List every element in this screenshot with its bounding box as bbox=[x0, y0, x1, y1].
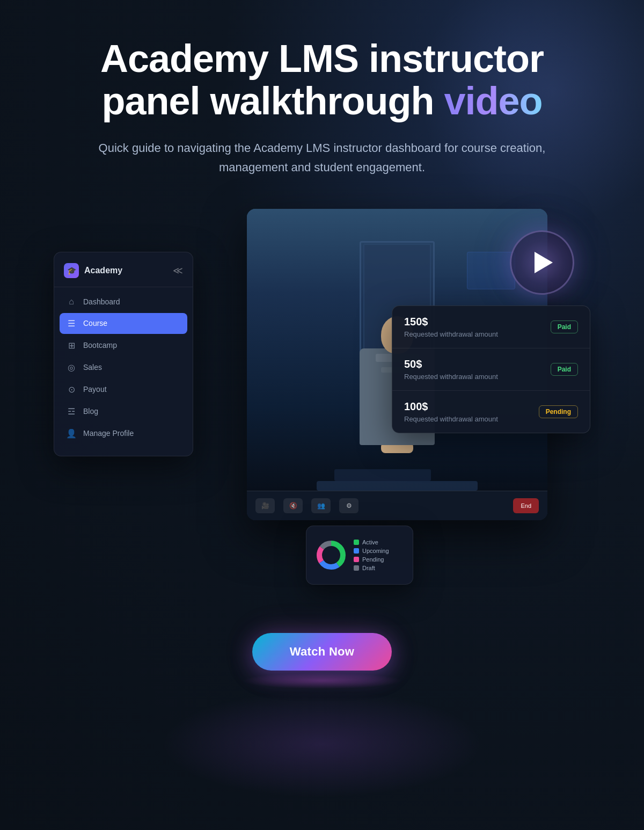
withdrawal-label-2: Requested withdrawal amount bbox=[404, 415, 498, 423]
sidebar-header: 🎓 Academy ≪ bbox=[54, 263, 193, 287]
withdrawal-card: 150$ Requested withdrawal amount Paid 50… bbox=[392, 305, 590, 433]
withdrawal-info-1: 50$ Requested withdrawal amount bbox=[404, 358, 498, 381]
legend-dot-draft bbox=[354, 565, 359, 571]
toolbar-btn-mic[interactable]: 🔇 bbox=[283, 498, 303, 513]
button-glow bbox=[241, 673, 402, 689]
svg-point-4 bbox=[323, 547, 339, 563]
sidebar-item-dashboard[interactable]: ⌂ Dashboard bbox=[60, 292, 187, 312]
sidebar-label-course: Course bbox=[83, 319, 107, 327]
header-section: Academy LMS instructor panel walkthrough… bbox=[91, 38, 553, 177]
collapse-icon[interactable]: ≪ bbox=[173, 265, 183, 276]
badge-pending-2: Pending bbox=[539, 405, 578, 418]
page-wrapper: Academy LMS instructor panel walkthrough… bbox=[0, 0, 644, 830]
withdrawal-info-2: 100$ Requested withdrawal amount bbox=[404, 401, 498, 423]
withdrawal-item-2: 100$ Requested withdrawal amount Pending bbox=[392, 391, 590, 433]
video-toolbar: 🎥 🔇 👥 ⚙ End bbox=[247, 491, 547, 520]
sidebar-item-manage-profile[interactable]: 👤 Manage Profile bbox=[60, 423, 187, 444]
legend-dot-pending bbox=[354, 557, 359, 562]
legend-dot-upcoming bbox=[354, 548, 359, 554]
withdrawal-label-0: Requested withdrawal amount bbox=[404, 330, 498, 338]
withdrawal-label-1: Requested withdrawal amount bbox=[404, 373, 498, 381]
sidebar-label-bootcamp: Bootcamp bbox=[83, 341, 117, 350]
donut-chart bbox=[315, 539, 347, 571]
bootcamp-icon: ⊞ bbox=[66, 340, 77, 351]
withdrawal-item-0: 150$ Requested withdrawal amount Paid bbox=[392, 306, 590, 348]
toolbar-btn-settings[interactable]: ⚙ bbox=[339, 498, 358, 513]
sidebar-label-manage-profile: Manage Profile bbox=[83, 429, 134, 438]
payout-icon: ⊙ bbox=[66, 384, 77, 395]
sidebar-label-payout: Payout bbox=[83, 385, 107, 394]
course-icon: ☰ bbox=[66, 318, 77, 329]
main-title: Academy LMS instructor panel walkthrough… bbox=[91, 38, 553, 122]
sidebar-item-blog[interactable]: ☲ Blog bbox=[60, 401, 187, 422]
sidebar-label-blog: Blog bbox=[83, 407, 98, 416]
withdrawal-amount-1: 50$ bbox=[404, 358, 498, 370]
sidebar-item-course[interactable]: ☰ Course bbox=[60, 313, 187, 334]
play-triangle-icon bbox=[535, 252, 553, 273]
badge-paid-1: Paid bbox=[551, 363, 578, 376]
title-line2: panel walkthrough bbox=[101, 79, 444, 122]
title-line1: Academy LMS instructor bbox=[100, 37, 544, 80]
withdrawal-item-1: 50$ Requested withdrawal amount Paid bbox=[392, 348, 590, 391]
withdrawal-amount-2: 100$ bbox=[404, 401, 498, 413]
legend-pending: Pending bbox=[354, 556, 389, 563]
play-button[interactable] bbox=[510, 230, 574, 295]
sidebar-item-sales[interactable]: ◎ Sales bbox=[60, 357, 187, 378]
sidebar-label-sales: Sales bbox=[83, 363, 102, 372]
toolbar-btn-end[interactable]: End bbox=[513, 498, 539, 513]
scene-area: 🎥 🔇 👥 ⚙ End 🎓 Academy ≪ bbox=[54, 209, 590, 595]
legend-upcoming: Upcoming bbox=[354, 548, 389, 554]
subtitle: Quick guide to navigating the Academy LM… bbox=[91, 139, 553, 176]
logo-text: Academy bbox=[84, 266, 122, 275]
watch-now-button[interactable]: Watch Now bbox=[252, 633, 392, 671]
sales-icon: ◎ bbox=[66, 362, 77, 373]
legend-dot-active bbox=[354, 540, 359, 545]
legend-draft: Draft bbox=[354, 565, 389, 571]
sidebar-nav: ⌂ Dashboard ☰ Course ⊞ Bootcamp ◎ Sales … bbox=[54, 292, 193, 444]
dashboard-icon: ⌂ bbox=[66, 297, 77, 307]
sidebar-item-bootcamp[interactable]: ⊞ Bootcamp bbox=[60, 335, 187, 356]
badge-paid-0: Paid bbox=[551, 321, 578, 333]
sidebar-card: 🎓 Academy ≪ ⌂ Dashboard ☰ Course ⊞ Bootc… bbox=[54, 252, 193, 456]
legend-label-pending: Pending bbox=[362, 556, 384, 563]
logo-icon: 🎓 bbox=[64, 263, 79, 278]
legend-label-upcoming: Upcoming bbox=[362, 548, 389, 554]
chart-legend: Active Upcoming Pending Draft bbox=[354, 539, 389, 571]
title-highlight: video bbox=[444, 79, 543, 122]
profile-icon: 👤 bbox=[66, 428, 77, 439]
blog-icon: ☲ bbox=[66, 406, 77, 417]
sidebar-logo: 🎓 Academy bbox=[64, 263, 122, 278]
toolbar-btn-users[interactable]: 👥 bbox=[311, 498, 331, 513]
sidebar-label-dashboard: Dashboard bbox=[83, 297, 120, 306]
watch-now-section: Watch Now bbox=[241, 633, 402, 689]
withdrawal-info-0: 150$ Requested withdrawal amount bbox=[404, 316, 498, 338]
legend-active: Active bbox=[354, 539, 389, 545]
legend-label-draft: Draft bbox=[362, 565, 375, 571]
chart-card: Active Upcoming Pending Draft bbox=[306, 526, 413, 585]
legend-label-active: Active bbox=[362, 539, 378, 545]
sidebar-item-payout[interactable]: ⊙ Payout bbox=[60, 379, 187, 400]
toolbar-btn-cam[interactable]: 🎥 bbox=[255, 498, 275, 513]
withdrawal-amount-0: 150$ bbox=[404, 316, 498, 328]
